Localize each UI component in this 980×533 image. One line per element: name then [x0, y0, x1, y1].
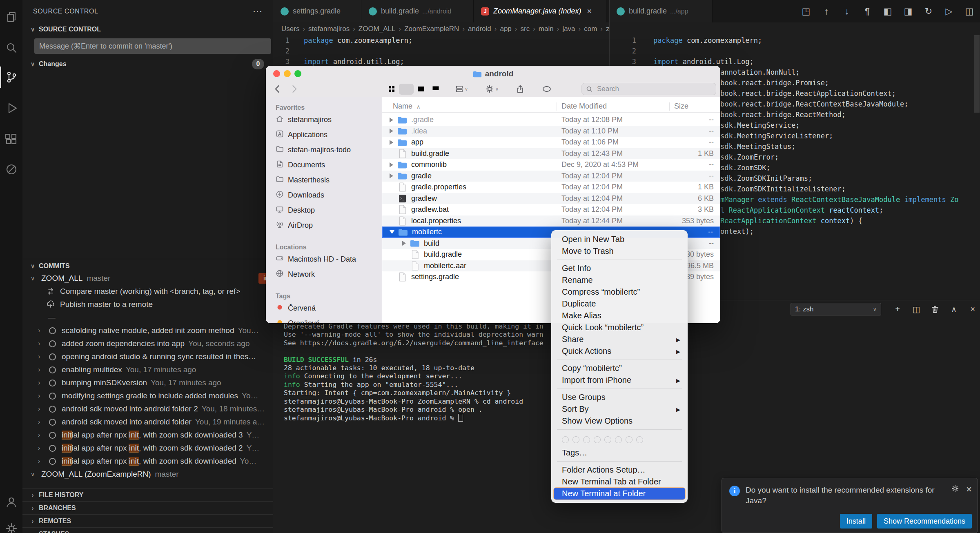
- sidebar-section-remotes[interactable]: ›REMOTES: [22, 514, 273, 527]
- section-changes[interactable]: ∨ Changes 0: [22, 57, 273, 71]
- context-menu-item[interactable]: Quick Actions▶: [554, 345, 685, 357]
- commit-item[interactable]: ›enabling multidexYou, 17 minutes ago: [22, 363, 273, 376]
- commit-item[interactable]: ›added zoom dependencies into appYou, se…: [22, 337, 273, 350]
- finder-search-input[interactable]: [596, 84, 704, 93]
- finder-sidebar-item[interactable]: Desktop: [266, 203, 382, 218]
- file-row[interactable]: gradlewToday at 12:04 PM6 KB: [382, 193, 720, 204]
- group-by-icon[interactable]: ∨: [455, 85, 468, 93]
- context-menu-item[interactable]: Duplicate: [554, 298, 685, 310]
- file-row[interactable]: .gradleToday at 12:08 PM--: [382, 114, 720, 126]
- navigate-up-icon[interactable]: ↑: [819, 4, 834, 19]
- breadcrumb-item[interactable]: src: [521, 25, 530, 33]
- commit-item[interactable]: ›initial app after npx init, with zoom s…: [22, 442, 273, 455]
- repo-row[interactable]: ∨ ZOOM_ALL master int: [22, 272, 273, 285]
- split-terminal-icon[interactable]: ◫: [910, 303, 922, 315]
- context-menu-item[interactable]: Copy “mobilertc”: [554, 362, 685, 374]
- tag-color-circle[interactable]: [636, 436, 643, 443]
- editor-tab[interactable]: settings.gradle: [273, 0, 361, 22]
- explorer-icon[interactable]: [0, 7, 22, 28]
- file-row[interactable]: gradlew.batToday at 12:04 PM3 KB: [382, 204, 720, 215]
- split-editor-icon[interactable]: ◫: [962, 4, 977, 19]
- context-menu-item[interactable]: Quick Look “mobilertc”: [554, 322, 685, 333]
- finder-sidebar-item[interactable]: Oranžová: [266, 316, 382, 323]
- show-recommendations-button[interactable]: Show Recommendations: [877, 514, 972, 529]
- notification-settings-gear-icon[interactable]: [951, 484, 960, 495]
- disclosure-closed-icon[interactable]: [390, 173, 393, 178]
- repo-row-2[interactable]: ∨ZOOM_ALL (ZoomExampleRN)master: [22, 468, 273, 481]
- disclosure-slot[interactable]: [399, 241, 409, 246]
- column-header-date[interactable]: Date Modified: [561, 102, 607, 111]
- disclosure-closed-icon[interactable]: [390, 129, 393, 133]
- tag-color-circle[interactable]: [615, 436, 622, 443]
- finder-sidebar-item[interactable]: Applications: [266, 127, 382, 142]
- column-view-icon[interactable]: [414, 84, 428, 95]
- tag-color-circle[interactable]: [572, 436, 579, 443]
- disclosure-slot[interactable]: [386, 118, 396, 122]
- context-menu-item[interactable]: Import from iPhone▶: [554, 374, 685, 386]
- disclosure-closed-icon[interactable]: [390, 162, 393, 167]
- disclosure-closed-icon[interactable]: [390, 140, 393, 145]
- breadcrumb-item[interactable]: ZOOM_ALL: [359, 25, 396, 33]
- source-control-icon[interactable]: [0, 67, 22, 88]
- tab-close-icon[interactable]: ×: [587, 7, 592, 16]
- share-icon[interactable]: [516, 84, 525, 93]
- disclosure-closed-icon[interactable]: [402, 241, 406, 246]
- maximize-panel-icon[interactable]: ∧: [948, 303, 960, 315]
- notification-close-icon[interactable]: ×: [966, 484, 972, 494]
- disclosure-closed-icon[interactable]: [390, 118, 393, 122]
- tag-color-circle[interactable]: [594, 436, 601, 443]
- back-icon[interactable]: [272, 84, 283, 94]
- context-menu-item[interactable]: Sort By▶: [554, 403, 685, 415]
- context-menu-item[interactable]: Make Alias: [554, 310, 685, 322]
- terminal-output[interactable]: Deprecated Gradle features were used in …: [284, 322, 550, 423]
- context-menu-item[interactable]: Compress “mobilertc”: [554, 286, 685, 298]
- icon-view-icon[interactable]: [384, 84, 399, 95]
- commit-item[interactable]: ›android sdk moved into android folder 2…: [22, 402, 273, 415]
- refresh-icon[interactable]: ↻: [921, 4, 936, 19]
- editor-tab[interactable]: build.gradle.../app: [609, 0, 713, 22]
- terminal-select[interactable]: 1: zsh ∨: [791, 303, 881, 315]
- whitespace-icon[interactable]: ¶: [860, 4, 875, 19]
- breadcrumb-item[interactable]: android: [468, 25, 491, 33]
- editor-scrollbar[interactable]: [974, 35, 980, 113]
- inline-view-icon[interactable]: ◨: [901, 4, 915, 19]
- context-menu-item[interactable]: Show View Options: [554, 415, 685, 427]
- section-source-control[interactable]: ∨ SOURCE CONTROL: [22, 22, 273, 36]
- forward-icon[interactable]: [289, 84, 299, 94]
- editor-tab[interactable]: JZoomManager.java (Index)×: [474, 0, 606, 22]
- commit-item[interactable]: ›scafolding native module, added init zo…: [22, 324, 273, 337]
- commit-item[interactable]: ›initial app after npx init, with zoom s…: [22, 429, 273, 442]
- disclosure-slot[interactable]: [386, 129, 396, 133]
- run-debug-icon[interactable]: [0, 98, 22, 119]
- tag-color-circle[interactable]: [626, 436, 633, 443]
- column-header-name[interactable]: Name∧: [393, 102, 421, 111]
- file-row[interactable]: appToday at 1:06 PM--: [382, 137, 720, 148]
- finder-sidebar-item[interactable]: Network: [266, 267, 382, 282]
- sidebar-section-file-history[interactable]: ›FILE HISTORY: [22, 488, 273, 501]
- breadcrumb-item[interactable]: com: [584, 25, 597, 33]
- context-menu-item[interactable]: Folder Actions Setup…: [554, 464, 685, 476]
- breadcrumb-item[interactable]: Users: [281, 25, 299, 33]
- finder-sidebar-item[interactable]: stefan-majiros-todo: [266, 142, 382, 158]
- breadcrumb-item[interactable]: java: [562, 25, 575, 33]
- action-gear-icon[interactable]: ∨: [485, 84, 499, 93]
- context-menu-item[interactable]: Rename: [554, 274, 685, 286]
- finder-sidebar-item[interactable]: stefanmajiros: [266, 112, 382, 127]
- finder-sidebar-item[interactable]: Masterthesis: [266, 173, 382, 188]
- finder-titlebar[interactable]: android: [266, 66, 720, 97]
- editor-tab[interactable]: build.gradle.../android: [361, 0, 474, 22]
- tag-color-circle[interactable]: [583, 436, 590, 443]
- file-row[interactable]: .ideaToday at 1:10 PM--: [382, 126, 720, 137]
- column-header-size[interactable]: Size: [674, 102, 688, 111]
- run-icon[interactable]: ▷: [942, 4, 956, 19]
- context-menu-item[interactable]: Tags…: [554, 447, 685, 459]
- sidebar-section-branches[interactable]: ›BRANCHES: [22, 501, 273, 514]
- kill-terminal-icon[interactable]: [929, 303, 941, 315]
- disclosure-slot[interactable]: [386, 162, 396, 167]
- extensions-icon[interactable]: [0, 129, 22, 150]
- commit-item[interactable]: ›opening android studio & running sync r…: [22, 350, 273, 363]
- navigate-down-icon[interactable]: ↓: [840, 4, 854, 19]
- breadcrumb-item[interactable]: app: [500, 25, 511, 33]
- context-menu-item[interactable]: Share▶: [554, 333, 685, 345]
- section-commits[interactable]: ∨ COMMITS: [22, 259, 273, 273]
